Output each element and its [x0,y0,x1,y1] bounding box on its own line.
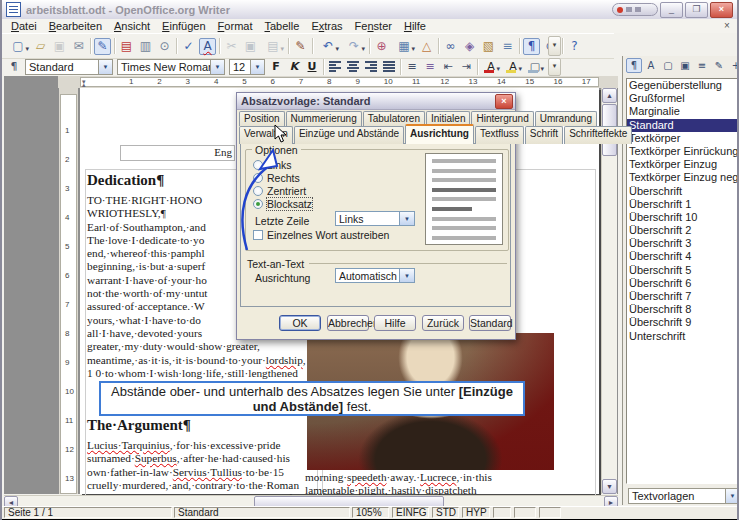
scroll-up-icon[interactable]: ▲ [602,88,617,103]
document-as-email-icon[interactable]: ✉ [70,38,87,55]
list-styles-icon[interactable]: ≡ [694,58,710,73]
style-item[interactable]: Grußformel [627,92,737,105]
vertical-ruler[interactable]: 12345678910111213 [59,88,78,494]
italic-icon[interactable]: K [286,59,302,75]
new-style-from-selection-icon[interactable]: + [728,58,739,73]
style-item[interactable]: Textkörper Einrückung [627,145,737,158]
background-color-icon[interactable]: ▢▾ [525,59,545,75]
help-icon[interactable]: ? [566,38,583,55]
menu-extras[interactable]: Extras [305,20,348,32]
minimize-button[interactable]: _ [660,2,683,18]
style-item[interactable]: Standard [627,119,737,132]
combo-dropdown-icon[interactable]: ▼ [98,60,112,74]
data-sources-icon[interactable]: ≡ [499,38,516,55]
paragraph-style-combo[interactable]: Standard ▼ [25,59,113,75]
dialog-tab-umrandung[interactable]: Umrandung [535,111,597,126]
menu-ansicht[interactable]: Ansicht [108,20,156,32]
style-item[interactable]: Überschrift 9 [627,316,737,329]
dialog-tab-einzüge-und-abstände[interactable]: Einzüge und Abstände [294,126,404,144]
insert-table-icon[interactable]: ▦▾ [392,38,416,55]
find-replace-icon[interactable]: ∞ [442,38,459,55]
dialog-tab-schrift[interactable]: Schrift [525,126,563,144]
page-style[interactable]: Standard [174,507,350,518]
close-document-icon[interactable]: × [721,20,733,32]
style-item[interactable]: Textkörper [627,132,737,145]
style-filter-combo[interactable]: Textvorlagen ▼ [628,488,739,504]
combo-dropdown-icon[interactable]: ▼ [725,489,739,503]
print-icon[interactable]: ▥ [137,38,154,55]
style-item[interactable]: Überschrift 5 [627,264,737,277]
gallery-icon[interactable]: ▧ [480,38,497,55]
font-size-combo[interactable]: 12 ▼ [229,59,265,75]
scroll-down-icon[interactable]: ▼ [602,479,617,494]
standard-toolbar-options-icon[interactable]: ▾ [548,36,561,56]
edit-file-icon[interactable]: ✎ [94,38,111,55]
style-item[interactable]: Textkörper Einzug [627,158,737,171]
style-item[interactable]: Textkörper Einzug negativ [627,171,737,184]
menu-tabelle[interactable]: Tabelle [258,20,305,32]
fill-format-mode-icon[interactable]: ✎ [711,58,727,73]
style-item[interactable]: Marginalie [627,105,737,118]
styles-window-icon[interactable]: ¶ [6,59,22,75]
redo-icon[interactable]: ↷▾ [342,38,366,55]
menu-bearbeiten[interactable]: Bearbeiten [43,20,108,32]
dialog-tab-schrifteffekte[interactable]: Schrifteffekte [564,126,632,144]
header-text-frame[interactable]: Eng [120,145,235,161]
nonprinting-characters-icon[interactable]: ¶ [523,38,540,55]
style-item[interactable]: Überschrift 6 [627,277,737,290]
align-right-icon[interactable] [363,59,379,75]
font-name-combo[interactable]: Times New Roman ▼ [117,59,225,75]
align-center-icon[interactable] [345,59,361,75]
menu-fenster[interactable]: Fenster [349,20,398,32]
dialog-tab-hintergrund[interactable]: Hintergrund [471,111,533,126]
spellcheck-icon[interactable]: ✓ [180,38,197,55]
export-pdf-icon[interactable]: ▤ [118,38,135,55]
page-styles-icon[interactable]: ▣ [677,58,693,73]
new-document-icon[interactable]: ▢▾ [6,38,30,55]
hyperlink-icon[interactable]: ⊕ [373,38,390,55]
bullet-list-icon[interactable]: ≡ [422,59,438,75]
frame-styles-icon[interactable]: ▢ [660,58,676,73]
hilfe-button[interactable]: Hilfe [374,315,416,331]
dialog-tab-textfluss[interactable]: Textfluss [475,126,524,144]
style-item[interactable]: Überschrift 1 [627,198,737,211]
increase-indent-icon[interactable]: ⇥ [458,59,474,75]
draw-functions-icon[interactable]: △ [418,38,435,55]
abbrechen-button[interactable]: Abbrechen [327,315,369,331]
combo-dropdown-icon[interactable]: ▼ [210,60,224,74]
formatting-toolbar-options-icon[interactable]: ▾ [548,58,561,76]
menu-datei[interactable]: Datei [5,20,43,32]
align-left-icon[interactable] [327,59,343,75]
menu-einfügen[interactable]: Einfügen [156,20,211,32]
close-button[interactable]: × [710,2,733,18]
style-item[interactable]: Unterschrift [627,330,737,343]
selection-mode[interactable]: STD [432,507,459,518]
bold-icon[interactable]: F [268,59,284,75]
decrease-indent-icon[interactable]: ⇤ [440,59,456,75]
page-preview-icon[interactable]: ⊙ [156,38,173,55]
dialog-title-bar[interactable]: Absatzvorlage: Standard [237,93,515,110]
dialog-tab-nummerierung[interactable]: Nummerierung [286,111,362,126]
hyperlink-mode[interactable]: HYP [462,507,490,518]
navigator-icon[interactable]: ◈ [461,38,478,55]
auto-spellcheck-icon[interactable]: A [199,38,216,55]
numbered-list-icon[interactable]: ≡ [404,59,420,75]
menu-hilfe[interactable]: Hilfe [398,20,432,32]
undo-icon[interactable]: ↶▾ [316,38,340,55]
vertical-scrollbar[interactable]: ▲ ▼ [601,88,617,494]
dialog-close-icon[interactable]: × [495,94,513,109]
style-item[interactable]: Gegenüberstellung [627,79,737,92]
combo-dropdown-icon[interactable]: ▼ [399,212,414,225]
horizontal-ruler[interactable]: ▾ ▴ 1234567891011121314151617 [58,76,618,88]
combo-dropdown-icon[interactable]: ▼ [399,269,414,282]
font-color-icon[interactable]: A▾ [481,59,501,75]
zurück-button[interactable]: Zurück [422,315,464,331]
last-line-combo[interactable]: Links ▼ [335,211,415,226]
style-item[interactable]: Überschrift [627,185,737,198]
style-item[interactable]: Überschrift 3 [627,237,737,250]
highlighting-icon[interactable]: A▾ [503,59,523,75]
style-item[interactable]: Überschrift 4 [627,250,737,263]
ok-button[interactable]: OK [279,315,321,331]
paragraph-styles-icon[interactable]: ¶ [626,58,642,73]
standard-button[interactable]: Standard [469,315,511,331]
